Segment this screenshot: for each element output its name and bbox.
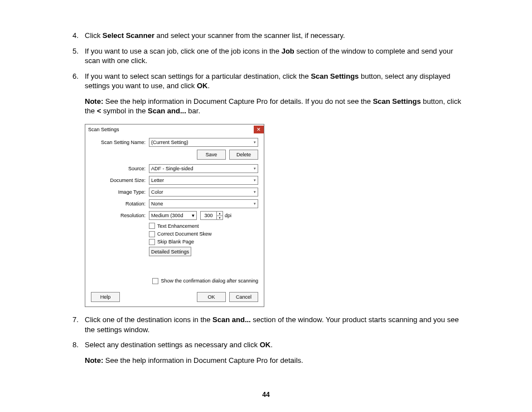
checkbox-icon[interactable] bbox=[149, 231, 155, 237]
docsize-label: Document Size: bbox=[91, 177, 149, 184]
chevron-down-icon: ▾ bbox=[254, 166, 256, 171]
delete-button[interactable]: Delete bbox=[229, 150, 258, 160]
spinner-buttons[interactable]: ▲ ▼ bbox=[217, 211, 223, 220]
detailed-settings-button[interactable]: Detailed Settings bbox=[149, 247, 191, 256]
text: and select your scanner from the scanner… bbox=[154, 31, 345, 40]
checkbox-label: Correct Document Skew bbox=[157, 231, 212, 237]
checkbox-icon[interactable] bbox=[149, 239, 155, 245]
source-dropdown[interactable]: ADF - Single-sided ▾ bbox=[149, 164, 258, 173]
close-icon[interactable]: ✕ bbox=[254, 126, 264, 133]
dropdown-value: (Current Setting) bbox=[151, 139, 188, 146]
source-label: Source: bbox=[91, 165, 149, 172]
bold-text: OK bbox=[197, 82, 208, 90]
save-delete-row: Save Delete bbox=[91, 150, 258, 160]
cancel-button[interactable]: Cancel bbox=[229, 292, 258, 302]
step-4: 4. Click Select Scanner and select your … bbox=[85, 31, 465, 41]
text: See the help information in Document Cap… bbox=[103, 356, 303, 365]
chevron-down-icon: ▾ bbox=[254, 178, 256, 183]
dialog-body: Scan Setting Name: (Current Setting) ▾ S… bbox=[85, 135, 264, 289]
source-row: Source: ADF - Single-sided ▾ bbox=[91, 164, 258, 173]
bold-text: Scan Settings bbox=[373, 97, 421, 106]
save-button[interactable]: Save bbox=[197, 150, 226, 160]
docsize-dropdown[interactable]: Letter ▾ bbox=[149, 176, 258, 185]
text: bar. bbox=[186, 107, 200, 115]
dropdown-value: None bbox=[151, 200, 163, 207]
bold-text: Select Scanner bbox=[103, 31, 154, 40]
step-6: 6. If you want to select scan settings f… bbox=[85, 71, 465, 308]
setting-name-row: Scan Setting Name: (Current Setting) ▾ bbox=[91, 138, 258, 147]
resolution-row: Resolution: Medium (300d ▾ 300 ▲ ▼ bbox=[91, 211, 258, 220]
chk-text-enhancement[interactable]: Text Enhancement bbox=[149, 223, 258, 229]
note-block: Note: See the help information in Docume… bbox=[85, 97, 465, 116]
resolution-dropdown[interactable]: Medium (300d ▾ bbox=[149, 211, 197, 220]
note-label: Note: bbox=[85, 356, 103, 365]
setting-name-dropdown[interactable]: (Current Setting) ▾ bbox=[149, 138, 258, 147]
checkbox-icon[interactable] bbox=[152, 278, 158, 284]
chevron-down-icon: ▾ bbox=[254, 140, 256, 145]
instruction-list: 4. Click Select Scanner and select your … bbox=[67, 31, 465, 366]
step-5: 5. If you want to use a scan job, click … bbox=[85, 46, 465, 66]
bold-text: OK bbox=[260, 341, 271, 349]
dropdown-value: ADF - Single-sided bbox=[151, 165, 194, 172]
dpi-unit: dpi bbox=[225, 212, 231, 219]
text: . bbox=[207, 82, 210, 90]
chevron-down-icon: ▾ bbox=[192, 212, 195, 219]
text: If you want to use a scan job, click one… bbox=[85, 47, 282, 55]
rotation-dropdown[interactable]: None ▾ bbox=[149, 199, 258, 208]
checkbox-icon[interactable] bbox=[149, 223, 155, 229]
dpi-spinner[interactable]: 300 ▲ ▼ bbox=[200, 211, 223, 220]
text: If you want to select scan settings for … bbox=[85, 72, 311, 80]
bold-text: Scan and... bbox=[212, 315, 251, 324]
text: Click one of the destination icons in th… bbox=[85, 315, 212, 324]
chevron-down-icon: ▾ bbox=[254, 201, 256, 206]
bold-text: Scan Settings bbox=[311, 72, 359, 80]
dropdown-value: Color bbox=[151, 189, 163, 195]
dialog-footer: Help OK Cancel bbox=[85, 289, 264, 306]
chk-correct-skew[interactable]: Correct Document Skew bbox=[149, 231, 258, 237]
rotation-label: Rotation: bbox=[91, 200, 149, 207]
resolution-label: Resolution: bbox=[91, 212, 149, 219]
checkbox-label: Text Enhancement bbox=[157, 223, 199, 229]
spin-up-icon[interactable]: ▲ bbox=[217, 212, 223, 216]
step-number: 4. bbox=[72, 31, 79, 41]
step-8: 8. Select any destination settings as ne… bbox=[85, 340, 465, 365]
imgtype-label: Image Type: bbox=[91, 189, 149, 195]
setting-name-label: Scan Setting Name: bbox=[91, 139, 149, 146]
dialog-titlebar: Scan Settings ✕ bbox=[85, 124, 264, 135]
footer-right: OK Cancel bbox=[197, 292, 258, 302]
bold-text: Job bbox=[282, 47, 294, 55]
checkbox-label: Skip Blank Page bbox=[157, 238, 194, 245]
text: See the help information in Document Cap… bbox=[103, 97, 373, 106]
confirm-label: Show the confirmation dialog after scann… bbox=[161, 277, 258, 284]
bold-text: Scan and... bbox=[148, 107, 186, 115]
page-number: 44 bbox=[0, 391, 532, 399]
help-button[interactable]: Help bbox=[91, 292, 120, 302]
step-number: 6. bbox=[72, 71, 79, 82]
note-label: Note: bbox=[85, 97, 103, 106]
document-page: 4. Click Select Scanner and select your … bbox=[0, 0, 532, 366]
text: symbol in the bbox=[101, 107, 148, 115]
ok-button[interactable]: OK bbox=[197, 292, 226, 302]
confirm-row[interactable]: Show the confirmation dialog after scann… bbox=[91, 277, 258, 284]
step-7: 7. Click one of the destination icons in… bbox=[85, 315, 465, 334]
text: Click bbox=[85, 31, 103, 40]
dropdown-value: Medium (300d bbox=[151, 212, 183, 219]
text: Select any destination settings as neces… bbox=[85, 341, 260, 349]
scan-settings-dialog: Scan Settings ✕ Scan Setting Name: (Curr… bbox=[85, 124, 264, 308]
imgtype-row: Image Type: Color ▾ bbox=[91, 188, 258, 197]
step-number: 5. bbox=[72, 46, 79, 56]
spin-down-icon[interactable]: ▼ bbox=[217, 216, 223, 220]
dropdown-value: Letter bbox=[151, 177, 164, 184]
rotation-row: Rotation: None ▾ bbox=[91, 199, 258, 208]
dialog-title: Scan Settings bbox=[88, 126, 119, 133]
checkbox-stack: Text Enhancement Correct Document Skew S… bbox=[149, 223, 258, 256]
text: . bbox=[270, 341, 273, 349]
chk-skip-blank[interactable]: Skip Blank Page bbox=[149, 238, 258, 245]
note-block: Note: See the help information in Docume… bbox=[85, 356, 465, 366]
docsize-row: Document Size: Letter ▾ bbox=[91, 176, 258, 185]
imgtype-dropdown[interactable]: Color ▾ bbox=[149, 188, 258, 197]
step-number: 8. bbox=[72, 340, 79, 350]
chevron-down-icon: ▾ bbox=[254, 189, 256, 194]
step-number: 7. bbox=[72, 315, 79, 325]
dpi-value[interactable]: 300 bbox=[200, 211, 217, 220]
